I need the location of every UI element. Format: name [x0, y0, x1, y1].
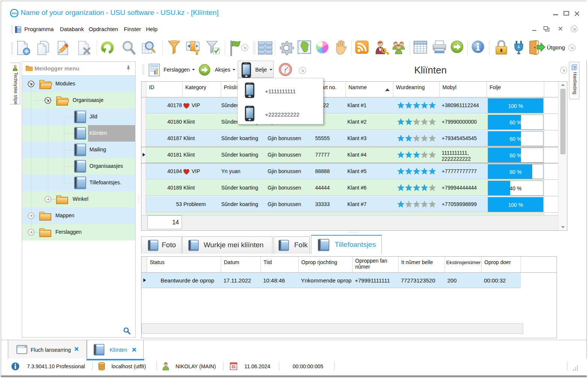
svg-text:?: ? [574, 66, 576, 69]
svg-text:31: 31 [231, 365, 236, 369]
svg-text:usu: usu [12, 11, 17, 15]
